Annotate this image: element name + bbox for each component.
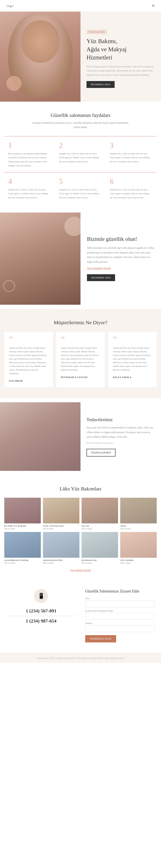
treatments-title: Tedavilerimiz	[86, 417, 155, 423]
benefit-number-4: 4	[8, 177, 51, 186]
contact-section: 📱 1 (234) 567-891 1 (234) 987-654 Güzell…	[0, 578, 161, 653]
luxury-heading: Lüks Yüz Bakımları	[4, 486, 157, 492]
treatments-content: Tedavilerimiz Duis aute irure dolor in r…	[80, 402, 161, 471]
submit-button[interactable]: Randevu alın	[85, 635, 116, 643]
luxury-img-7	[82, 532, 118, 558]
phone-label: Telefon	[85, 622, 155, 624]
luxury-price-2: 45€ ve üzeri	[43, 527, 79, 530]
phone-number-2[interactable]: 1 (234) 987-654	[6, 618, 76, 624]
email-label: E-posta adresi hakkında bilgi	[85, 610, 155, 612]
name-input[interactable]	[85, 600, 155, 607]
hero-accent-circle	[6, 76, 22, 91]
testimonial-author-1: EVA SMITH	[9, 380, 23, 382]
hamburger-menu-icon[interactable]: ≡	[152, 3, 155, 8]
phone-icon-circle: 📱	[34, 589, 48, 603]
form-group-phone: Telefon	[85, 622, 155, 632]
luxury-label-4: AĞDA	[120, 525, 157, 527]
testimonials-title: Müşterilerimiz Ne Diyor?	[4, 320, 157, 326]
benefit-text-5: Sample text. Click to select the text bo…	[59, 188, 102, 199]
footer: Sample text. Click to select the text bo…	[0, 653, 161, 663]
luxury-label-1: KLASİK YÜZ BAKIMI	[4, 525, 41, 527]
testimonials-grid: " Aenean pulvinar dui ornare, feugiat lo…	[4, 332, 157, 388]
footer-text: Sample text. Click to select the text bo…	[3, 657, 158, 659]
beauty-cta-button[interactable]: DEVAMINI OKU	[87, 274, 115, 281]
benefits-title: Güzellik salonunun faydaları Kadınlar ke…	[0, 102, 161, 132]
testimonial-text-1: Aenean pulvinar dui ornare, feugiat lore…	[9, 346, 48, 375]
luxury-price-4: 25€ ve üzeri	[120, 527, 157, 530]
nav-logo: logo	[6, 4, 14, 8]
luxury-label-6: SERUM EKLENTİSİ	[43, 559, 79, 561]
luxury-price-7: 35€ ve üzeri	[82, 562, 118, 564]
benefit-item-6: 6 Sample text. Click to select the text …	[106, 172, 157, 204]
luxury-label-3: VACIAL	[82, 525, 118, 527]
phone-number-1[interactable]: 1 (234) 567-891	[6, 608, 76, 614]
form-group-email: E-posta adresi hakkında bilgi	[85, 610, 155, 620]
name-label: İsim	[85, 597, 155, 599]
benefit-text-3: Sample text. Click to select the text bo…	[110, 152, 153, 164]
hero-tag: Fiyat'ten görüntüle	[86, 30, 107, 34]
luxury-all-link[interactable]: Tam miktarı freepik	[70, 569, 91, 572]
visit-title: Güzellik Salonumuzu Ziyaret Edin	[85, 589, 155, 593]
luxury-item-5: ASANSÖRLER VE RENK 35€ ve üzeri	[4, 532, 41, 564]
quote-mark-1: "	[9, 337, 48, 343]
benefit-number-1: 1	[8, 141, 51, 150]
benefit-item-4: 4 Sample text. Click to select the text …	[4, 172, 55, 204]
luxury-price-5: 35€ ve üzeri	[4, 562, 41, 564]
hero-section: Fiyat'ten görüntüle Yüz Bakımı, Ağda ve …	[0, 11, 161, 102]
treatments-author-note: Resim Freepik'ten alınmıştır	[86, 441, 155, 444]
phone-block: 📱 1 (234) 567-891 1 (234) 987-654	[4, 587, 78, 645]
hero-subtitle: Elit ut aliquam purus, sit amet luctus v…	[86, 65, 155, 77]
testimonial-2: " Aenean pulvinar dui ornare, feugiat lo…	[56, 332, 105, 388]
luxury-item-1: KLASİK YÜZ BAKIMI 35€ ve üzeri	[4, 498, 41, 530]
phone-icon-area: 📱	[6, 589, 76, 603]
testimonials-section: Müşterilerimiz Ne Diyor? " Aenean pulvin…	[0, 309, 161, 398]
testimonial-author-3: KELLY SAVALA	[113, 376, 132, 378]
luxury-img-2	[43, 498, 79, 523]
phone-numbers: 1 (234) 567-891 1 (234) 987-654	[6, 608, 76, 624]
luxury-item-8: CİLT GERME 30€ ve üzeri	[120, 532, 157, 564]
testimonial-text-3: Aenean pulvinar dui ornare, feugiat lore…	[113, 346, 152, 372]
beauty-section: Bizimle güzellik olun! Nibh venenatis cr…	[0, 213, 161, 305]
beauty-content: Bizimle güzellik olun! Nibh venenatis cr…	[80, 213, 161, 305]
benefit-number-6: 6	[110, 177, 153, 186]
hero-cta-button[interactable]: DEVAMINI OKU	[86, 81, 115, 88]
benefits-heading: Güzellik salonunun faydaları	[6, 112, 155, 118]
beauty-title: Bizimle güzellik olun!	[87, 236, 155, 242]
treatments-image-col	[0, 402, 80, 471]
luxury-item-6: SERUM EKLENTİSİ 40€ ve üzeri	[43, 532, 79, 564]
treatments-cta-button[interactable]: TEDAVİLERİMİZ	[86, 449, 115, 457]
luxury-price-6: 40€ ve üzeri	[43, 562, 79, 564]
beauty-image-col	[0, 213, 80, 305]
quote-mark-3: "	[113, 337, 152, 343]
beauty-image-link[interactable]: Tam görüntüler freepik	[87, 267, 155, 270]
benefit-number-2: 2	[59, 141, 102, 150]
navigation: logo ≡	[0, 0, 161, 11]
benefits-grid: 1 İnce çizgileri ve kırışıkların görünüm…	[0, 132, 161, 206]
luxury-img-8	[120, 532, 157, 558]
email-input[interactable]	[85, 613, 155, 620]
form-group-name: İsim	[85, 597, 155, 607]
luxury-img-4	[120, 498, 157, 523]
luxury-img-1	[4, 498, 41, 523]
luxury-img-5	[4, 532, 41, 558]
testimonial-3: " Aenean pulvinar dui ornare, feugiat lo…	[108, 332, 157, 388]
beauty-deco-circle-1	[64, 217, 80, 236]
beauty-deco-circle-2	[3, 280, 15, 292]
benefit-text-1: İnce çizgileri ve kırışıkların görünümün…	[8, 152, 51, 168]
benefits-section: Güzellik salonunun faydaları Kadınlar ke…	[0, 102, 161, 208]
phone-input[interactable]	[85, 625, 155, 632]
hero-content: Fiyat'ten görüntüle Yüz Bakımı, Ağda ve …	[80, 11, 161, 102]
benefits-subtitle: Kadınlar kendilerini şımartmayı sever. G…	[29, 121, 132, 129]
benefit-number-5: 5	[59, 177, 102, 186]
benefit-item-2: 2 Sample text. Click to select the text …	[55, 136, 106, 172]
testimonial-author-2: PEYNOLDS'LA EVLEN	[61, 376, 88, 378]
luxury-label-2: GENÇ YÜZLEİLGİLİ	[43, 525, 79, 527]
benefit-text-2: Sample text. Click to select the text bo…	[59, 152, 102, 164]
testimonial-1: " Aenean pulvinar dui ornare, feugiat lo…	[4, 332, 53, 388]
luxury-price-3: 35€ ve üzeri	[82, 527, 118, 530]
luxury-price-1: 35€ ve üzeri	[4, 527, 41, 530]
benefit-text-4: Sample text. Click to select the text bo…	[8, 188, 51, 199]
luxury-section: Lüks Yüz Bakımları KLASİK YÜZ BAKIMI 35€…	[0, 475, 161, 578]
treatments-section: Tedavilerimiz Duis aute irure dolor in r…	[0, 402, 161, 471]
benefit-number-3: 3	[110, 141, 153, 150]
